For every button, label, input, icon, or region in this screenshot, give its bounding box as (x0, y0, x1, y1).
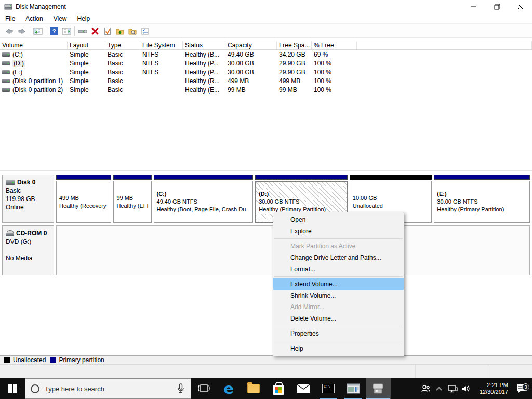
menu-item-extend-volume[interactable]: Extend Volume... (273, 278, 404, 290)
taskbar-disk-management-active[interactable] (366, 378, 391, 399)
partition-e[interactable]: (E:)30.00 GB NTFSHealthy (Primary Partit… (434, 175, 530, 223)
svg-text:?: ? (52, 28, 56, 34)
taskbar-edge[interactable]: e (216, 378, 241, 399)
close-button[interactable] (509, 0, 532, 14)
menu-item-help[interactable]: Help (273, 343, 404, 354)
date-text: 12/30/2017 (473, 389, 508, 395)
toolbar: ? (0, 24, 532, 38)
menu-item-shrink-volume[interactable]: Shrink Volume... (273, 290, 404, 301)
column-header-pct-free[interactable]: % Free (312, 41, 357, 49)
column-header-free-space[interactable]: Free Spa... (277, 41, 312, 49)
menu-item-format[interactable]: Format... (273, 263, 404, 275)
partition-recovery[interactable]: 499 MBHealthy (Recovery (56, 175, 111, 223)
menu-item-mark-partition-active: Mark Partition as Active (273, 241, 404, 252)
menu-file[interactable]: File (0, 14, 20, 23)
column-header-layout[interactable]: Layout (68, 41, 105, 49)
disk-graphical-view: Disk 0 Basic 119.98 GB Online 499 MBHeal… (0, 170, 532, 355)
volume-name: (C:) (12, 51, 23, 58)
cdrom-drive-letter: DVD (G:) (6, 237, 50, 246)
volume-row-d[interactable]: (D:) Simple Basic NTFS Healthy (P... 30.… (0, 59, 532, 68)
menu-view[interactable]: View (48, 14, 72, 23)
taskbar-command-prompt[interactable]: C:\_ (316, 378, 341, 399)
delete-volume-icon[interactable] (89, 25, 101, 37)
microphone-icon[interactable] (176, 383, 185, 394)
volume-row-e[interactable]: (E:) Simple Basic NTFS Healthy (P... 30.… (0, 68, 532, 76)
task-view-button[interactable] (191, 378, 216, 399)
taskbar-file-explorer[interactable] (241, 378, 266, 399)
primary-partition-band (56, 175, 111, 180)
disk-management-icon (371, 383, 385, 394)
column-header-capacity[interactable]: Capacity (225, 41, 277, 49)
disk0-size: 119.98 GB (6, 195, 50, 203)
volume-name: (E:) (12, 69, 22, 76)
windows-logo-icon (8, 384, 17, 393)
menu-item-properties[interactable]: Properties (273, 328, 404, 339)
partition-efi[interactable]: 99 MBHealthy (EFI (113, 175, 151, 223)
column-header-file-system[interactable]: File System (140, 41, 183, 49)
taskbar-computer-management[interactable] (341, 378, 366, 399)
partition-c[interactable]: (C:)49.40 GB NTFSHealthy (Boot, Page Fil… (154, 175, 254, 223)
menu-item-delete-volume[interactable]: Delete Volume... (273, 313, 404, 324)
taskbar-search-input[interactable]: Type here to search (25, 378, 191, 399)
back-icon[interactable] (3, 25, 16, 37)
taskbar-mail[interactable] (291, 378, 316, 399)
column-header-status[interactable]: Status (183, 41, 225, 49)
legend-unallocated: Unallocated (4, 356, 46, 364)
taskbar-empty-area (391, 378, 419, 399)
cdrom-label-panel[interactable]: CD-ROM 0 DVD (G:) No Media (2, 225, 54, 275)
people-button[interactable] (419, 378, 432, 399)
file-explorer-icon (247, 384, 260, 393)
show-console-tree-icon[interactable] (32, 25, 44, 37)
show-action-pane-icon[interactable] (60, 25, 73, 37)
menu-separator (274, 238, 403, 239)
menu-item-explore[interactable]: Explore (273, 225, 404, 237)
volume-button[interactable] (459, 378, 473, 399)
drive-tool-icon[interactable] (76, 25, 89, 37)
help-icon[interactable]: ? (48, 25, 60, 37)
command-prompt-icon: C:\_ (322, 384, 335, 393)
volume-row-c[interactable]: (C:) Simple Basic NTFS Healthy (B... 49.… (0, 50, 532, 59)
notification-badge: 3 (522, 383, 529, 391)
start-button[interactable] (0, 378, 25, 399)
menu-help[interactable]: Help (72, 14, 96, 23)
disk0-row: Disk 0 Basic 119.98 GB Online 499 MBHeal… (2, 175, 530, 223)
volume-list: Volume Layout Type File System Status Ca… (0, 41, 532, 170)
primary-partition-band (113, 175, 151, 180)
menu-action[interactable]: Action (20, 14, 48, 23)
taskbar-store[interactable] (266, 378, 291, 399)
title-bar: Disk Management (0, 0, 532, 14)
volume-disk-icon (2, 70, 10, 74)
column-header-volume[interactable]: Volume (0, 41, 68, 49)
column-header-type[interactable]: Type (105, 41, 140, 49)
open-folder-icon[interactable] (114, 25, 126, 37)
disk-icon (6, 180, 15, 185)
close-icon (516, 3, 525, 11)
primary-partition-band (255, 175, 348, 180)
edge-icon: e (223, 381, 234, 396)
legend-bar: Unallocated Primary partition (0, 355, 532, 365)
network-icon (447, 384, 458, 393)
network-button[interactable] (446, 378, 459, 399)
volume-disk-icon (2, 79, 10, 83)
menu-bar: File Action View Help (0, 14, 532, 24)
show-hidden-icons-button[interactable] (432, 378, 446, 399)
properties-icon[interactable] (139, 25, 151, 37)
action-center-button[interactable]: 3 (510, 383, 532, 394)
disk-management-app-icon (4, 3, 12, 11)
people-icon (420, 384, 431, 393)
minimize-button[interactable] (462, 0, 485, 14)
clock[interactable]: 2:21 PM 12/30/2017 (473, 382, 510, 395)
volume-row-partition1[interactable]: (Disk 0 partition 1) Simple Basic Health… (0, 76, 532, 85)
primary-partition-band (154, 175, 254, 180)
explore-folder-icon[interactable] (126, 25, 139, 37)
restore-button[interactable] (485, 0, 509, 14)
mark-active-icon[interactable] (101, 25, 114, 37)
menu-item-change-drive-letter[interactable]: Change Drive Letter and Paths... (273, 252, 404, 263)
minimize-icon (470, 3, 478, 11)
forward-icon[interactable] (16, 25, 28, 37)
menu-item-open[interactable]: Open (273, 214, 404, 225)
volume-row-partition2[interactable]: (Disk 0 partition 2) Simple Basic Health… (0, 85, 532, 94)
search-placeholder: Type here to search (45, 385, 171, 393)
disk0-label-panel[interactable]: Disk 0 Basic 119.98 GB Online (2, 175, 54, 223)
mail-icon (297, 384, 310, 394)
